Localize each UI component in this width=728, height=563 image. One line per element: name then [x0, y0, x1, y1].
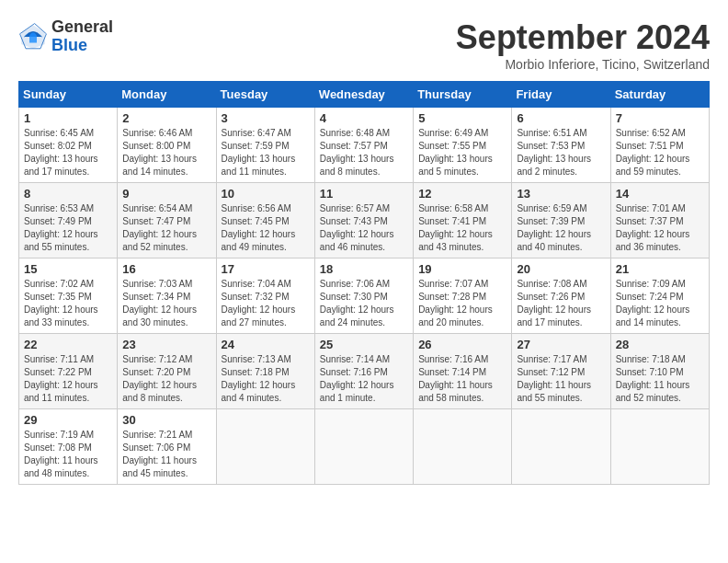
col-header-friday: Friday — [512, 82, 610, 108]
day-number: 4 — [320, 111, 408, 125]
calendar-cell: 6Sunrise: 6:51 AM Sunset: 7:53 PM Daylig… — [512, 108, 610, 183]
day-number: 16 — [122, 262, 210, 276]
calendar-cell: 29Sunrise: 7:19 AM Sunset: 7:08 PM Dayli… — [19, 409, 118, 485]
calendar-cell: 3Sunrise: 6:47 AM Sunset: 7:59 PM Daylig… — [216, 108, 314, 183]
calendar-cell: 21Sunrise: 7:09 AM Sunset: 7:24 PM Dayli… — [610, 259, 709, 334]
calendar-cell — [414, 409, 512, 485]
day-info: Sunrise: 6:59 AM Sunset: 7:39 PM Dayligh… — [517, 202, 605, 254]
day-number: 8 — [24, 187, 112, 201]
calendar-cell: 24Sunrise: 7:13 AM Sunset: 7:18 PM Dayli… — [216, 334, 314, 409]
day-info: Sunrise: 7:19 AM Sunset: 7:08 PM Dayligh… — [24, 429, 112, 480]
day-info: Sunrise: 7:17 AM Sunset: 7:12 PM Dayligh… — [517, 353, 605, 405]
day-number: 28 — [616, 338, 704, 351]
day-number: 1 — [24, 111, 112, 125]
week-row-1: 1Sunrise: 6:45 AM Sunset: 8:02 PM Daylig… — [19, 108, 710, 183]
col-header-monday: Monday — [118, 82, 216, 108]
calendar-cell: 13Sunrise: 6:59 AM Sunset: 7:39 PM Dayli… — [512, 183, 610, 259]
col-header-sunday: Sunday — [19, 82, 118, 108]
calendar-cell: 2Sunrise: 6:46 AM Sunset: 8:00 PM Daylig… — [118, 108, 216, 183]
day-info: Sunrise: 7:18 AM Sunset: 7:10 PM Dayligh… — [616, 353, 704, 405]
title-block: September 2024 Morbio Inferiore, Ticino,… — [456, 18, 710, 72]
day-info: Sunrise: 7:03 AM Sunset: 7:34 PM Dayligh… — [122, 278, 210, 329]
day-number: 9 — [122, 187, 210, 201]
day-info: Sunrise: 7:01 AM Sunset: 7:37 PM Dayligh… — [616, 202, 704, 254]
day-info: Sunrise: 6:48 AM Sunset: 7:57 PM Dayligh… — [320, 127, 408, 178]
day-number: 13 — [517, 187, 605, 201]
day-info: Sunrise: 6:49 AM Sunset: 7:55 PM Dayligh… — [418, 127, 506, 178]
day-number: 25 — [320, 338, 408, 351]
calendar-cell: 1Sunrise: 6:45 AM Sunset: 8:02 PM Daylig… — [19, 108, 118, 183]
day-info: Sunrise: 7:06 AM Sunset: 7:30 PM Dayligh… — [320, 278, 408, 329]
calendar-header-row: SundayMondayTuesdayWednesdayThursdayFrid… — [19, 82, 710, 108]
day-number: 11 — [320, 187, 408, 201]
calendar-body: 1Sunrise: 6:45 AM Sunset: 8:02 PM Daylig… — [19, 108, 710, 485]
calendar-cell: 25Sunrise: 7:14 AM Sunset: 7:16 PM Dayli… — [314, 334, 413, 409]
calendar-cell: 28Sunrise: 7:18 AM Sunset: 7:10 PM Dayli… — [610, 334, 709, 409]
day-info: Sunrise: 7:13 AM Sunset: 7:18 PM Dayligh… — [222, 353, 310, 405]
day-number: 17 — [222, 262, 310, 276]
calendar-cell: 14Sunrise: 7:01 AM Sunset: 7:37 PM Dayli… — [610, 183, 709, 259]
page-header: General Blue September 2024 Morbio Infer… — [18, 18, 710, 72]
day-info: Sunrise: 7:11 AM Sunset: 7:22 PM Dayligh… — [24, 353, 112, 405]
day-info: Sunrise: 6:45 AM Sunset: 8:02 PM Dayligh… — [24, 127, 112, 178]
col-header-thursday: Thursday — [414, 82, 512, 108]
col-header-saturday: Saturday — [610, 82, 709, 108]
calendar-cell — [512, 409, 610, 485]
day-info: Sunrise: 6:51 AM Sunset: 7:53 PM Dayligh… — [517, 127, 605, 178]
calendar-cell: 30Sunrise: 7:21 AM Sunset: 7:06 PM Dayli… — [118, 409, 216, 485]
calendar-cell: 10Sunrise: 6:56 AM Sunset: 7:45 PM Dayli… — [216, 183, 314, 259]
calendar-cell: 15Sunrise: 7:02 AM Sunset: 7:35 PM Dayli… — [19, 259, 118, 334]
calendar-cell: 17Sunrise: 7:04 AM Sunset: 7:32 PM Dayli… — [216, 259, 314, 334]
day-info: Sunrise: 7:08 AM Sunset: 7:26 PM Dayligh… — [517, 278, 605, 329]
day-number: 20 — [517, 262, 605, 276]
calendar-cell: 18Sunrise: 7:06 AM Sunset: 7:30 PM Dayli… — [314, 259, 413, 334]
day-info: Sunrise: 7:14 AM Sunset: 7:16 PM Dayligh… — [320, 353, 408, 405]
day-number: 12 — [418, 187, 506, 201]
col-header-tuesday: Tuesday — [216, 82, 314, 108]
calendar-cell: 4Sunrise: 6:48 AM Sunset: 7:57 PM Daylig… — [314, 108, 413, 183]
logo-icon — [18, 22, 48, 52]
day-info: Sunrise: 6:53 AM Sunset: 7:49 PM Dayligh… — [24, 202, 112, 254]
day-info: Sunrise: 7:12 AM Sunset: 7:20 PM Dayligh… — [122, 353, 210, 405]
day-number: 27 — [517, 338, 605, 351]
calendar-cell: 27Sunrise: 7:17 AM Sunset: 7:12 PM Dayli… — [512, 334, 610, 409]
calendar-cell: 7Sunrise: 6:52 AM Sunset: 7:51 PM Daylig… — [610, 108, 709, 183]
day-number: 18 — [320, 262, 408, 276]
day-number: 2 — [122, 111, 210, 125]
day-number: 14 — [616, 187, 704, 201]
calendar-cell: 9Sunrise: 6:54 AM Sunset: 7:47 PM Daylig… — [118, 183, 216, 259]
calendar-cell — [610, 409, 709, 485]
day-number: 30 — [122, 413, 210, 427]
day-info: Sunrise: 6:56 AM Sunset: 7:45 PM Dayligh… — [222, 202, 310, 254]
calendar-cell: 23Sunrise: 7:12 AM Sunset: 7:20 PM Dayli… — [118, 334, 216, 409]
calendar-cell: 8Sunrise: 6:53 AM Sunset: 7:49 PM Daylig… — [19, 183, 118, 259]
location: Morbio Inferiore, Ticino, Switzerland — [456, 57, 710, 72]
logo-blue: Blue — [51, 36, 87, 54]
day-info: Sunrise: 6:47 AM Sunset: 7:59 PM Dayligh… — [222, 127, 310, 178]
day-number: 15 — [24, 262, 112, 276]
day-number: 7 — [616, 111, 704, 125]
day-number: 6 — [517, 111, 605, 125]
calendar-cell: 16Sunrise: 7:03 AM Sunset: 7:34 PM Dayli… — [118, 259, 216, 334]
day-info: Sunrise: 7:02 AM Sunset: 7:35 PM Dayligh… — [24, 278, 112, 329]
calendar-cell: 11Sunrise: 6:57 AM Sunset: 7:43 PM Dayli… — [314, 183, 413, 259]
day-info: Sunrise: 6:54 AM Sunset: 7:47 PM Dayligh… — [122, 202, 210, 254]
day-info: Sunrise: 7:04 AM Sunset: 7:32 PM Dayligh… — [222, 278, 310, 329]
day-info: Sunrise: 6:58 AM Sunset: 7:41 PM Dayligh… — [418, 202, 506, 254]
week-row-3: 15Sunrise: 7:02 AM Sunset: 7:35 PM Dayli… — [19, 259, 710, 334]
day-info: Sunrise: 6:57 AM Sunset: 7:43 PM Dayligh… — [320, 202, 408, 254]
day-info: Sunrise: 6:52 AM Sunset: 7:51 PM Dayligh… — [616, 127, 704, 178]
logo: General Blue — [18, 18, 113, 55]
day-info: Sunrise: 7:16 AM Sunset: 7:14 PM Dayligh… — [418, 353, 506, 405]
month-title: September 2024 — [456, 18, 710, 57]
day-number: 5 — [418, 111, 506, 125]
week-row-5: 29Sunrise: 7:19 AM Sunset: 7:08 PM Dayli… — [19, 409, 710, 485]
day-number: 21 — [616, 262, 704, 276]
day-number: 10 — [222, 187, 310, 201]
calendar-cell: 5Sunrise: 6:49 AM Sunset: 7:55 PM Daylig… — [414, 108, 512, 183]
calendar-cell: 12Sunrise: 6:58 AM Sunset: 7:41 PM Dayli… — [414, 183, 512, 259]
calendar-table: SundayMondayTuesdayWednesdayThursdayFrid… — [18, 81, 710, 485]
calendar-cell — [216, 409, 314, 485]
day-number: 22 — [24, 338, 112, 351]
calendar-cell — [314, 409, 413, 485]
